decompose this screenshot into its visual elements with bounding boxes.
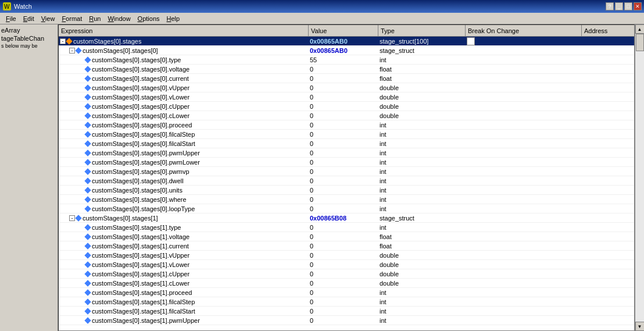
col-break-header: Break On Change [466, 25, 582, 36]
cell-type: double [378, 271, 466, 277]
table-row[interactable]: customStages[0].stages[0].filcalStart0in… [59, 139, 634, 148]
cell-type: int [378, 205, 466, 212]
break-checkbox[interactable] [467, 37, 475, 45]
expression-text: customStages[0].stages[0].type [92, 56, 181, 63]
menu-window[interactable]: Window [104, 14, 134, 23]
table-row[interactable]: customStages[0].stages[0].cLower0double [59, 111, 634, 120]
expression-text: customStages[0].stages[0].voltage [92, 66, 189, 73]
table-row[interactable]: customStages[0].stages[1].vUpper0double [59, 251, 634, 260]
cell-type: int [378, 308, 466, 315]
table-row[interactable]: customStages[0].stages[0].vLower0double [59, 92, 634, 102]
table-body[interactable]: -customStages[0].stages0x00865AB0stage_s… [59, 37, 634, 330]
diamond-icon [84, 308, 91, 314]
scroll-track[interactable] [635, 34, 644, 322]
table-row[interactable]: customStages[0].stages[0].type55int [59, 55, 634, 65]
cell-value: 0 [309, 122, 378, 129]
cell-type: double [378, 103, 466, 110]
window-maximize-button[interactable]: □ [624, 2, 632, 10]
cell-type: double [378, 280, 466, 287]
left-panel: eArray tageTableChan s below may be [0, 24, 58, 331]
window-close-button[interactable]: ✕ [634, 2, 642, 10]
diamond-icon [84, 271, 91, 277]
cell-expression: customStages[0].stages[0].filcalStep [59, 131, 309, 138]
title-bar: W Watch ? _ □ ✕ [0, 0, 644, 13]
scroll-up-button[interactable]: ▲ [635, 24, 645, 34]
diamond-icon [84, 252, 91, 258]
menu-help[interactable]: Help [163, 14, 184, 23]
menu-edit[interactable]: Edit [20, 14, 38, 23]
cell-type: int [378, 196, 466, 203]
expand-icon[interactable]: - [69, 48, 75, 54]
expression-text: customStages[0].stages[0].cLower [92, 112, 189, 119]
window-help-button[interactable]: ? [606, 2, 614, 10]
cell-expression: customStages[0].stages[0].proceed [59, 122, 309, 129]
cell-value: 0 [309, 233, 378, 240]
cell-value: 0 [309, 298, 378, 305]
cell-value: 0 [309, 140, 378, 147]
scroll-thumb[interactable] [636, 34, 644, 51]
expression-text: customStages[0].stages[1].pwmUpper [92, 317, 200, 324]
menu-format[interactable]: Format [58, 14, 85, 23]
cell-type: stage_struct[100] [378, 38, 466, 45]
expression-text: customStages[0].stages[0].filcalStep [92, 131, 195, 138]
menu-view[interactable]: View [38, 14, 59, 23]
table-header: Expression Value Type Break On Change Ad… [59, 25, 634, 37]
cell-value: 0 [309, 94, 378, 101]
diamond-icon [84, 298, 91, 305]
cell-expression: customStages[0].stages[0].cUpper [59, 103, 309, 110]
cell-value: 0 [309, 289, 378, 296]
table-row[interactable]: customStages[0].stages[1].proceed0int [59, 288, 634, 297]
table-row[interactable]: customStages[0].stages[1].voltage0float [59, 232, 634, 241]
table-row[interactable]: -customStages[0].stages[1]0x00865B08stag… [59, 213, 634, 223]
table-row[interactable]: customStages[0].stages[1].cUpper0double [59, 269, 634, 279]
table-row[interactable]: customStages[0].stages[1].filcalStart0in… [59, 307, 634, 316]
table-row[interactable]: customStages[0].stages[1].type0int [59, 223, 634, 232]
table-row[interactable]: customStages[0].stages[0].units0int [59, 186, 634, 195]
cell-type: float [378, 75, 466, 82]
table-row[interactable]: customStages[0].stages[0].cUpper0double [59, 102, 634, 111]
table-row[interactable]: customStages[0].stages[1].current0float [59, 241, 634, 251]
left-panel-item-tagetablechan: tageTableChan [1, 35, 56, 42]
table-row[interactable]: customStages[0].stages[0].current0float [59, 74, 634, 83]
menu-file[interactable]: File [2, 14, 20, 23]
diamond-icon [84, 112, 91, 119]
scrollbar-right[interactable]: ▲ ▼ [635, 24, 644, 331]
table-row[interactable]: customStages[0].stages[0].pwmUpper0int [59, 148, 634, 158]
table-row[interactable]: customStages[0].stages[0].voltage0float [59, 65, 634, 74]
diamond-icon [84, 177, 91, 184]
cell-expression: customStages[0].stages[0].pwmLower [59, 159, 309, 166]
cell-expression: customStages[0].stages[0].cLower [59, 112, 309, 119]
diamond-icon [75, 215, 81, 221]
table-row[interactable]: -customStages[0].stages0x00865AB0stage_s… [59, 37, 634, 46]
expand-icon[interactable]: - [69, 215, 75, 221]
cell-break [466, 37, 582, 45]
cell-type: int [378, 298, 466, 305]
table-row[interactable]: customStages[0].stages[1].pwmUpper0int [59, 316, 634, 325]
cell-type: int [378, 122, 466, 129]
window-minimize-button[interactable]: _ [615, 2, 623, 10]
cell-value: 55 [309, 56, 378, 63]
cell-value: 0 [309, 280, 378, 287]
expression-text: customStages[0].stages[1].vUpper [92, 252, 189, 259]
table-row[interactable]: customStages[0].stages[1].cLower0double [59, 279, 634, 288]
cell-type: stage_struct [378, 47, 466, 54]
scroll-down-button[interactable]: ▼ [635, 322, 645, 331]
cell-type: double [378, 261, 466, 268]
table-row[interactable]: customStages[0].stages[0].vUpper0double [59, 83, 634, 92]
table-row[interactable]: customStages[0].stages[0].proceed0int [59, 120, 634, 130]
diamond-icon [84, 168, 91, 175]
table-row[interactable]: -customStages[0].stages[0]0x00865AB0stag… [59, 46, 634, 55]
table-row[interactable]: customStages[0].stages[0].filcalStep0int [59, 130, 634, 139]
table-row[interactable]: customStages[0].stages[1].vLower0double [59, 260, 634, 269]
table-row[interactable]: customStages[0].stages[0].dwell0int [59, 176, 634, 186]
menu-options[interactable]: Options [134, 14, 163, 23]
table-row[interactable]: customStages[0].stages[1].filcalStep0int [59, 297, 634, 307]
expression-text: customStages[0].stages[1].proceed [92, 289, 192, 296]
table-row[interactable]: customStages[0].stages[0].where0int [59, 195, 634, 204]
diamond-icon [84, 75, 91, 81]
table-row[interactable]: customStages[0].stages[0].pwmLower0int [59, 158, 634, 167]
table-row[interactable]: customStages[0].stages[0].pwmvp0int [59, 167, 634, 176]
expand-icon[interactable]: - [60, 38, 66, 44]
menu-run[interactable]: Run [85, 14, 104, 23]
table-row[interactable]: customStages[0].stages[0].loopType0int [59, 204, 634, 213]
